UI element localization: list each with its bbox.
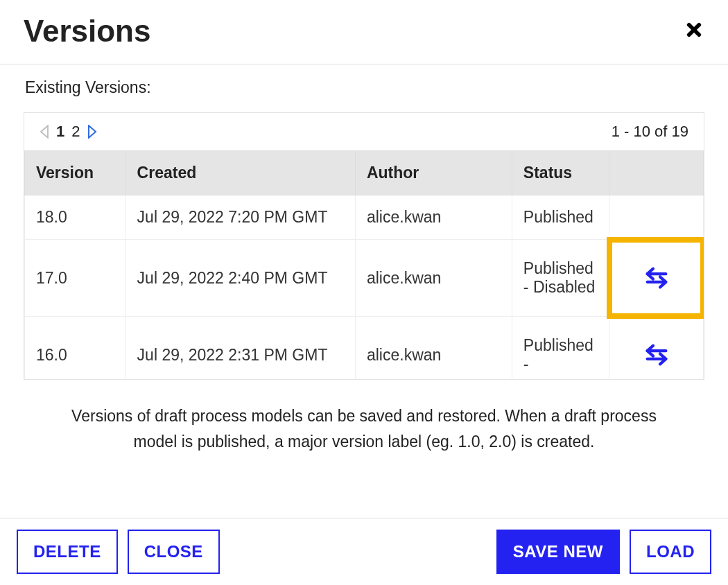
dialog-footer: DELETE CLOSE SAVE NEW LOAD (0, 518, 728, 585)
cell-created: Jul 29, 2022 2:31 PM GMT (125, 317, 355, 380)
cell-version: 17.0 (25, 240, 126, 317)
swap-icon[interactable] (609, 317, 703, 379)
cell-action (609, 195, 704, 240)
pager-range: 1 - 10 of 19 (612, 123, 688, 141)
existing-versions-label: Existing Versions: (25, 78, 704, 97)
table-row[interactable]: 18.0Jul 29, 2022 7:20 PM GMTalice.kwanPu… (25, 195, 704, 240)
versions-grid: 1 2 1 - 10 of 19 Version Created Author (24, 112, 704, 380)
load-button[interactable]: LOAD (630, 530, 711, 574)
col-header-action (609, 151, 704, 195)
pager-controls: 1 2 (40, 123, 97, 141)
close-button[interactable]: CLOSE (128, 530, 220, 574)
cell-author: alice.kwan (355, 240, 512, 317)
swap-icon[interactable] (609, 240, 703, 316)
svg-marker-0 (41, 125, 48, 138)
table-row[interactable]: 17.0Jul 29, 2022 2:40 PM GMTalice.kwanPu… (25, 240, 704, 317)
cell-author: alice.kwan (355, 317, 512, 380)
page-number-1[interactable]: 1 (56, 123, 64, 141)
cell-version: 18.0 (25, 195, 126, 240)
cell-action (609, 317, 704, 380)
cell-action (609, 240, 704, 317)
cell-created: Jul 29, 2022 2:40 PM GMT (125, 240, 355, 317)
cell-status: Published - (512, 317, 609, 380)
page-number-2[interactable]: 2 (71, 123, 80, 141)
col-header-status: Status (512, 151, 609, 195)
col-header-author: Author (355, 151, 512, 195)
cell-status: Published - Disabled (512, 240, 609, 317)
table-viewport: Version Created Author Status 18.0Jul 29… (24, 150, 704, 379)
cell-author: alice.kwan (355, 195, 512, 240)
cell-status: Published (512, 195, 609, 240)
cell-created: Jul 29, 2022 7:20 PM GMT (125, 195, 355, 240)
table-row[interactable]: 16.0Jul 29, 2022 2:31 PM GMTalice.kwanPu… (25, 317, 704, 380)
save-new-button[interactable]: SAVE NEW (496, 530, 620, 574)
table-header-row: Version Created Author Status (25, 151, 704, 195)
versions-table: Version Created Author Status 18.0Jul 29… (24, 150, 704, 379)
pager-bar: 1 2 1 - 10 of 19 (24, 113, 704, 150)
col-header-created: Created (125, 151, 355, 195)
next-page-icon[interactable] (87, 125, 97, 139)
delete-button[interactable]: DELETE (17, 530, 118, 574)
prev-page-icon[interactable] (40, 125, 49, 139)
hint-text: Versions of draft process models can be … (24, 380, 704, 473)
dialog-content: Existing Versions: 1 2 1 - 10 of 19 (0, 64, 728, 473)
col-header-version: Version (25, 151, 126, 195)
close-icon[interactable] (684, 19, 704, 44)
dialog-header: Versions (0, 0, 728, 64)
svg-marker-1 (89, 125, 96, 138)
cell-version: 16.0 (25, 317, 126, 380)
dialog-title: Versions (24, 14, 150, 49)
